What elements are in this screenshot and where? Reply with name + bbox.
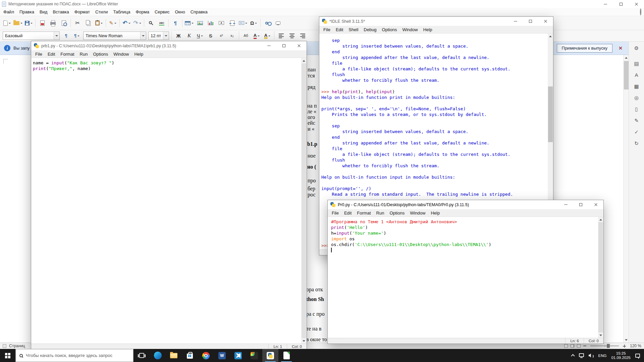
pr0-maximize-button[interactable] [573,200,588,209]
prb1-menu-item-1[interactable]: Edit [45,50,58,58]
combo-dropdown-icon[interactable] [163,32,169,40]
libreoffice-icon[interactable] [278,349,294,362]
lo-maximize-button[interactable] [613,0,629,8]
insert-table-icon[interactable] [184,18,194,28]
prb1-titlebar[interactable]: prb1.py - C:\Users\u111-01\Desktop\pytho… [31,41,307,50]
lo-menu-item-3[interactable]: Вставка [50,8,71,16]
pr0-menu-item-4[interactable]: Options [387,209,407,217]
start-button[interactable] [0,349,15,362]
highlight-color-button[interactable]: А [262,31,272,41]
chrome-icon[interactable] [198,349,214,362]
scrollbar-thumb[interactable] [598,222,603,333]
cut-icon[interactable]: ✂ [72,18,83,28]
scroll-up-icon[interactable] [548,34,553,39]
edge-icon[interactable] [150,349,166,362]
lo-menu-item-5[interactable]: Стили [93,8,110,16]
scroll-up-icon[interactable] [624,55,629,60]
lo-titlebar[interactable]: Методические указания по ПОАС.docx — Lib… [0,0,644,8]
new-document-icon[interactable] [2,18,12,28]
italic-button[interactable]: К [184,31,194,41]
idle-icon[interactable] [262,349,278,362]
single-page-view-icon[interactable] [564,344,568,348]
spellcheck-icon[interactable]: ABC [157,18,167,28]
align-center-button[interactable] [287,31,297,41]
navigator-icon[interactable]: ◎ [631,93,642,102]
zoom-slider-thumb[interactable] [607,344,610,348]
scrollbar-thumb[interactable] [624,61,629,89]
insert-footnote-icon[interactable] [273,18,283,28]
find-replace-icon[interactable] [146,18,156,28]
sidebar-settings-icon[interactable]: ⚙ [631,43,642,53]
scrollbar-thumb[interactable] [548,86,553,142]
zoom-in-icon[interactable] [623,345,626,348]
styles-icon[interactable]: A [631,70,642,79]
page-icon[interactable]: ▯ [631,104,642,114]
pycharm-icon[interactable] [246,349,262,362]
pr0-code-area[interactable]: #Программа по Теме 1 <Антонов Дмитрий Ан… [328,217,598,338]
pr0-menu-item-0[interactable]: File [329,209,341,217]
zoom-level[interactable]: 120 % [629,344,641,348]
superscript-button[interactable]: x² [216,31,226,41]
zoom-slider[interactable] [590,346,619,346]
action-center-icon[interactable] [635,354,640,358]
open-file-icon[interactable] [13,18,23,28]
insert-hyperlink-icon[interactable] [262,18,272,28]
shell-menu-item-2[interactable]: Shell [346,26,361,33]
page-break-icon[interactable] [227,18,237,28]
lo-menu-item-7[interactable]: Форма [133,8,152,16]
get-help-icon[interactable] [640,9,641,15]
paragraph-style-combobox[interactable]: Базовый [3,32,60,40]
word-icon[interactable]: W [214,349,230,362]
align-left-button[interactable] [276,31,286,41]
vscode-icon[interactable] [230,349,246,362]
shell-menu-item-0[interactable]: File [321,26,333,33]
font-name-combobox[interactable]: Times New Roman [83,32,146,40]
accessibility-check-icon[interactable]: ✓ [631,127,642,136]
pr0-menu-item-1[interactable]: Edit [341,209,354,217]
gallery-icon[interactable]: ▦ [631,81,642,91]
update-style-icon[interactable]: ¶ [61,31,71,41]
lo-menu-item-4[interactable]: Формат [72,8,93,16]
shell-minimize-button[interactable] [508,17,523,26]
hidden-icons-chevron-icon[interactable] [571,354,575,358]
book-view-icon[interactable] [577,344,581,348]
scroll-up-icon[interactable] [301,58,307,63]
print-icon[interactable] [48,18,58,28]
prb1-menu-item-3[interactable]: Run [77,50,91,58]
special-character-icon[interactable]: Ω [249,18,259,28]
shell-titlebar[interactable]: *IDLE Shell 3.11.5* [319,17,553,26]
language-indicator[interactable]: ENG [598,354,607,358]
shell-menu-item-1[interactable]: Edit [333,26,346,33]
scroll-down-icon[interactable] [301,338,307,344]
insert-field-icon[interactable] [238,18,248,28]
scroll-down-icon[interactable] [624,337,629,343]
prb1-maximize-button[interactable] [276,41,291,50]
store-icon[interactable] [182,349,198,362]
copy-icon[interactable] [83,18,93,28]
prb1-scrollbar[interactable] [301,58,307,344]
shell-close-button[interactable] [538,17,553,26]
lo-menu-item-9[interactable]: Окно [172,8,187,16]
lo-menu-item-6[interactable]: Таблица [110,8,133,16]
lo-menu-item-8[interactable]: Сервис [152,8,172,16]
properties-icon[interactable]: ▤ [631,59,642,68]
prb1-menu-item-4[interactable]: Options [90,50,111,58]
export-pdf-icon[interactable] [37,18,47,28]
font-size-combobox[interactable]: 12 пт [148,32,169,40]
formatting-marks-icon[interactable]: ¶ [170,18,180,28]
scrollbar-thumb[interactable] [302,63,306,338]
combo-dropdown-icon[interactable] [140,32,146,40]
combo-dropdown-icon[interactable] [54,32,59,40]
task-view-button[interactable] [133,349,150,362]
pr0-minimize-button[interactable] [558,200,573,209]
prb1-menu-item-5[interactable]: Window [111,50,131,58]
release-notes-button[interactable]: Примечания к выпуску [557,44,612,53]
multi-page-view-icon[interactable] [571,344,574,348]
prb1-minimize-button[interactable] [261,41,276,50]
network-icon[interactable] [579,353,584,357]
prb1-code-area[interactable]: name = input("Как Вас зовут? ")print("Пр… [31,58,301,344]
insert-chart-icon[interactable] [206,18,216,28]
lo-menu-item-0[interactable]: Файл [1,8,17,16]
style-inspector-icon[interactable]: ✎ [631,116,642,125]
bold-button[interactable]: Ж [173,31,183,41]
